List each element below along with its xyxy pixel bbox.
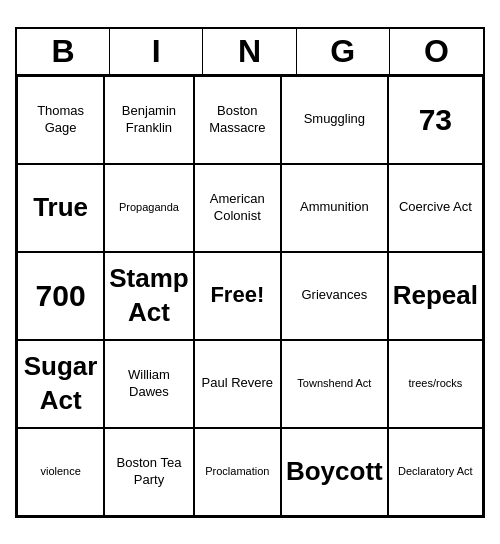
bingo-letter-B: B bbox=[17, 29, 110, 74]
bingo-cell-19: trees/rocks bbox=[388, 340, 483, 428]
bingo-cell-7: American Colonist bbox=[194, 164, 281, 252]
bingo-cell-18: Townshend Act bbox=[281, 340, 388, 428]
bingo-cell-24: Declaratory Act bbox=[388, 428, 483, 516]
bingo-cell-17: Paul Revere bbox=[194, 340, 281, 428]
bingo-cell-16: William Dawes bbox=[104, 340, 193, 428]
bingo-cell-15: Sugar Act bbox=[17, 340, 104, 428]
bingo-cell-1: Benjamin Franklin bbox=[104, 76, 193, 164]
bingo-cell-10: 700 bbox=[17, 252, 104, 340]
bingo-letter-G: G bbox=[297, 29, 390, 74]
bingo-letter-O: O bbox=[390, 29, 483, 74]
bingo-cell-5: True bbox=[17, 164, 104, 252]
bingo-cell-22: Proclamation bbox=[194, 428, 281, 516]
bingo-letter-N: N bbox=[203, 29, 296, 74]
bingo-cell-2: Boston Massacre bbox=[194, 76, 281, 164]
bingo-cell-6: Propaganda bbox=[104, 164, 193, 252]
bingo-cell-8: Ammunition bbox=[281, 164, 388, 252]
bingo-grid: Thomas GageBenjamin FranklinBoston Massa… bbox=[17, 76, 483, 516]
bingo-cell-9: Coercive Act bbox=[388, 164, 483, 252]
bingo-cell-20: violence bbox=[17, 428, 104, 516]
bingo-cell-11: Stamp Act bbox=[104, 252, 193, 340]
bingo-cell-21: Boston Tea Party bbox=[104, 428, 193, 516]
bingo-cell-0: Thomas Gage bbox=[17, 76, 104, 164]
bingo-cell-4: 73 bbox=[388, 76, 483, 164]
bingo-cell-3: Smuggling bbox=[281, 76, 388, 164]
bingo-letter-I: I bbox=[110, 29, 203, 74]
bingo-cell-12: Free! bbox=[194, 252, 281, 340]
bingo-cell-13: Grievances bbox=[281, 252, 388, 340]
bingo-cell-23: Boycott bbox=[281, 428, 388, 516]
bingo-cell-14: Repeal bbox=[388, 252, 483, 340]
bingo-card: BINGO Thomas GageBenjamin FranklinBoston… bbox=[15, 27, 485, 518]
bingo-header: BINGO bbox=[17, 29, 483, 76]
